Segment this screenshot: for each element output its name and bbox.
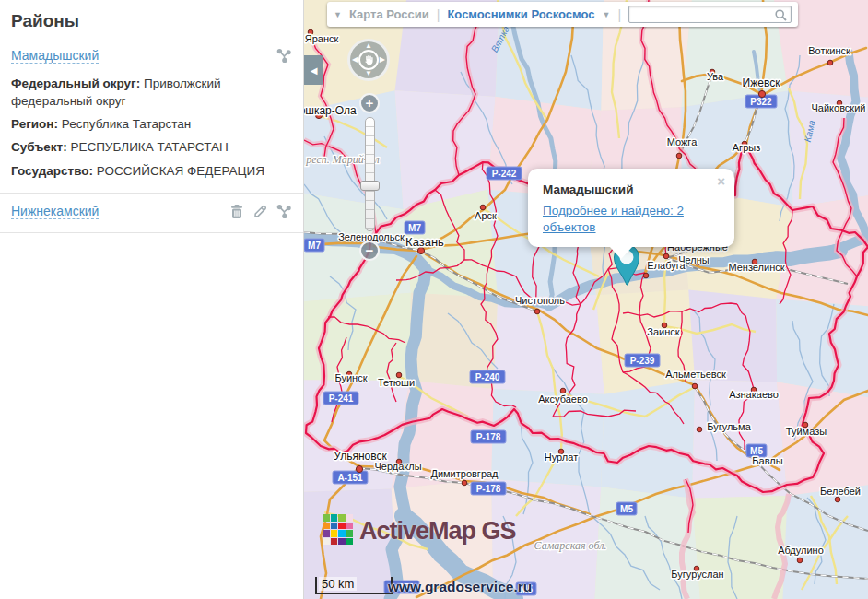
zoom-slider-handle[interactable] — [360, 181, 380, 191]
city-label: Димитровград — [430, 468, 499, 479]
pencil-icon[interactable] — [252, 204, 268, 219]
city-label: Азнакаево — [729, 389, 779, 400]
city-label: Арск — [475, 210, 497, 221]
city-dot — [835, 497, 840, 502]
map-popup: × Мамадышский Подробнее и найдено: 2 объ… — [528, 169, 734, 247]
feature-row-nizhnekamsky: Нижнекамский — [11, 204, 292, 219]
city-dot — [676, 153, 682, 159]
city-label: Чайковский — [812, 102, 866, 113]
divider — [0, 232, 303, 233]
page-title: Районы — [11, 11, 292, 31]
city-label: Буинск — [334, 372, 367, 383]
search-icon[interactable] — [775, 9, 787, 21]
region-label: Самарская обл. — [534, 539, 607, 552]
svg-text:М5: М5 — [750, 446, 763, 456]
pan-right-arrow-icon[interactable]: ▶ — [380, 56, 385, 64]
popup-title: Мамадышский — [543, 182, 720, 196]
scale-bar: 50 km — [315, 577, 393, 594]
share-icon[interactable] — [276, 48, 292, 64]
city-label: Казань — [405, 235, 444, 249]
zoom-in-button[interactable]: + — [359, 93, 380, 113]
map-container[interactable]: Р-242М7М7Р322Р-241Р-240Р-239Р-178А-151Р-… — [304, 0, 868, 599]
layer-toolbar: ▼ Карта России | Космоснимки Роскосмос ▼… — [327, 2, 798, 27]
pan-control[interactable]: ▲ ▼ ◀ ▶ — [347, 39, 390, 81]
city-label: Ижевск — [743, 76, 781, 89]
activemap-logo-icon — [323, 514, 353, 545]
pan-left-arrow-icon[interactable]: ◀ — [352, 56, 358, 64]
search-input[interactable] — [628, 6, 792, 23]
sidebar-collapse-button[interactable]: ◀ — [304, 55, 323, 85]
attribute-row: Государство: РОССИЙСКАЯ ФЕДЕРАЦИЯ — [11, 162, 292, 180]
pan-hand-icon[interactable] — [358, 50, 379, 70]
pan-up-arrow-icon[interactable]: ▲ — [365, 42, 372, 50]
map-canvas[interactable]: Р-242М7М7Р322Р-241Р-240Р-239Р-178А-151Р-… — [304, 0, 868, 599]
popup-details-link[interactable]: Подробнее и найдено: 2 объектов — [543, 204, 684, 234]
sidebar: Районы Мамадышский Федеральный округ: Пр… — [0, 0, 304, 599]
svg-text:М7: М7 — [308, 241, 321, 251]
city-dot — [758, 90, 765, 97]
zoom-slider-track[interactable] — [365, 117, 375, 231]
divider: | — [437, 7, 440, 22]
pan-down-arrow-icon[interactable]: ▼ — [365, 70, 372, 77]
city-label: Агрыз — [733, 142, 760, 153]
divider — [0, 193, 303, 194]
svg-text:Р-239: Р-239 — [630, 356, 655, 366]
watermark: www.gradoservice.ru — [388, 579, 532, 595]
city-label: Бугуруслан — [671, 569, 723, 580]
road-badge: Р-178 — [471, 430, 506, 443]
svg-text:М7: М7 — [408, 223, 421, 233]
svg-text:Р-178: Р-178 — [476, 432, 501, 442]
city-label: Яранск — [305, 33, 339, 44]
road-badge: Р-178 — [471, 482, 506, 495]
city-label: Туймазы — [786, 426, 827, 437]
city-label: Мензелинск — [728, 262, 784, 273]
road-badge: М5 — [616, 502, 637, 515]
road-badge: Р-239 — [625, 354, 660, 367]
city-dot — [560, 388, 566, 393]
attribute-list: Федеральный округ: Приволжский федеральн… — [11, 75, 292, 180]
city-dot — [356, 465, 362, 472]
road-badge: Р-242 — [487, 167, 522, 180]
close-icon[interactable]: × — [717, 173, 725, 189]
city-dot — [480, 205, 486, 210]
city-label: Белебей — [820, 486, 861, 497]
layer-tab-base-map[interactable]: Карта России — [349, 7, 429, 21]
city-dot — [692, 383, 698, 389]
road-badge: Р-240 — [470, 370, 505, 383]
city-label: Альметьевск — [665, 369, 726, 380]
city-dot — [827, 60, 833, 65]
attribute-row: Субъект: РЕСПУБЛИКА ТАТАРСТАН — [11, 138, 292, 156]
feature-link-nizhnekamsky[interactable]: Нижнекамский — [11, 204, 99, 219]
city-label: Чистополь — [515, 295, 565, 306]
city-label: Йошкар-Ола — [304, 103, 357, 117]
city-label: Абдулино — [778, 545, 824, 556]
svg-text:Р-240: Р-240 — [475, 372, 500, 382]
city-label: Тетюши — [378, 377, 415, 388]
city-label: Бавлы — [752, 455, 782, 466]
road-badge: А-151 — [333, 471, 368, 484]
city-label: Воткинск — [808, 45, 850, 56]
zoom-out-button[interactable]: − — [359, 241, 380, 261]
feature-row-mamadyshsky: Мамадышский — [11, 48, 292, 64]
city-dot — [697, 427, 702, 432]
city-dot — [797, 558, 803, 563]
road-badge: М7 — [405, 221, 425, 234]
svg-text:Р-178: Р-178 — [476, 484, 501, 494]
city-label: Чердаклы — [374, 461, 421, 472]
city-dot — [663, 253, 669, 259]
city-label: Аксубаево — [538, 393, 588, 405]
svg-text:Р322: Р322 — [750, 97, 772, 107]
share-icon[interactable] — [276, 204, 292, 219]
feature-link-mamadyshsky[interactable]: Мамадышский — [11, 48, 99, 64]
activemap-logo-text: ActiveMap GS — [359, 517, 516, 546]
trash-icon[interactable] — [229, 204, 244, 219]
attribute-row: Федеральный округ: Приволжский федеральн… — [11, 75, 292, 110]
chevron-down-icon[interactable]: ▼ — [603, 10, 611, 19]
city-dot — [462, 480, 467, 486]
popup-tail — [609, 246, 633, 259]
attribute-row: Регион: Республика Татарстан — [11, 115, 292, 133]
city-label: Бугульма — [707, 421, 751, 432]
layer-tab-satellite[interactable]: Космоснимки Роскосмос — [447, 7, 594, 21]
chevron-down-icon[interactable]: ▼ — [334, 10, 342, 19]
svg-text:М5: М5 — [620, 504, 633, 514]
